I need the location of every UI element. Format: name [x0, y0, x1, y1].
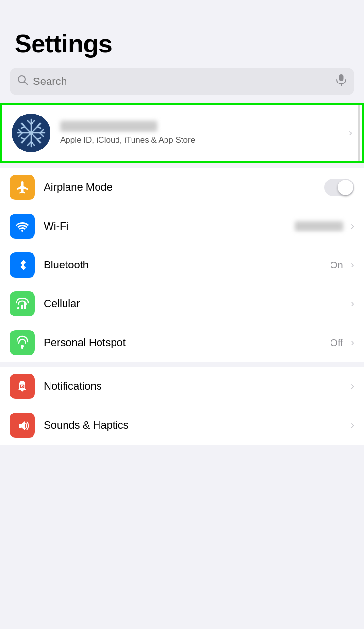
notifications-chevron: › [351, 380, 354, 393]
svg-point-37 [22, 386, 23, 387]
personal-hotspot-value: Off [330, 337, 343, 348]
svg-point-31 [21, 305, 23, 307]
svg-rect-33 [21, 345, 23, 349]
mic-icon[interactable] [336, 74, 347, 89]
wifi-icon-wrap [10, 214, 35, 239]
search-input[interactable] [33, 75, 331, 88]
bluetooth-icon-wrap [10, 252, 35, 278]
cellular-label: Cellular [44, 298, 347, 310]
wifi-row[interactable]: Wi-Fi › [0, 207, 364, 246]
notifications-label: Notifications [44, 380, 347, 393]
sounds-label: Sounds & Haptics [44, 419, 347, 431]
airplane-mode-toggle-track[interactable] [324, 179, 354, 196]
sounds-icon-wrap [10, 413, 35, 438]
wifi-network-blurred [295, 221, 343, 231]
apple-id-row[interactable]: Apple ID, iCloud, iTunes & App Store › [2, 105, 362, 161]
bluetooth-row[interactable]: Bluetooth On › [0, 246, 364, 284]
search-bar-container [0, 64, 364, 103]
notifications-row[interactable]: Notifications › [0, 367, 364, 406]
apple-id-chevron: › [349, 127, 352, 139]
svg-marker-39 [22, 421, 25, 430]
sounds-chevron: › [351, 419, 354, 431]
svg-point-24 [29, 131, 33, 135]
search-bar[interactable] [10, 68, 354, 95]
svg-rect-38 [19, 424, 22, 428]
connectivity-section: Airplane Mode Wi-Fi › [0, 168, 364, 362]
wifi-label: Wi-Fi [44, 220, 295, 232]
apple-id-section[interactable]: Apple ID, iCloud, iTunes & App Store › [0, 103, 364, 163]
page-title: Settings [15, 29, 349, 58]
svg-rect-34 [20, 381, 24, 383]
page-header: Settings [0, 0, 364, 64]
notifications-icon-wrap [10, 374, 35, 399]
apple-id-info: Apple ID, iCloud, iTunes & App Store [60, 121, 345, 145]
personal-hotspot-row[interactable]: Personal Hotspot Off › [0, 323, 364, 362]
wifi-chevron: › [351, 220, 354, 232]
bluetooth-label: Bluetooth [44, 259, 330, 271]
airplane-mode-toggle-knob [338, 180, 353, 195]
apple-id-subtitle: Apple ID, iCloud, iTunes & App Store [60, 135, 345, 145]
airplane-mode-icon-wrap [10, 175, 35, 200]
svg-rect-2 [339, 74, 344, 81]
svg-line-1 [24, 82, 28, 85]
notifications-section: Notifications › Sounds & Haptics › [0, 367, 364, 445]
airplane-mode-toggle[interactable] [324, 179, 354, 196]
airplane-mode-row[interactable]: Airplane Mode [0, 168, 364, 207]
search-icon [17, 75, 28, 88]
personal-hotspot-label: Personal Hotspot [44, 336, 330, 349]
svg-rect-28 [17, 307, 19, 309]
bluetooth-chevron: › [351, 259, 354, 271]
sounds-haptics-row[interactable]: Sounds & Haptics › [0, 406, 364, 445]
hotspot-icon-wrap [10, 330, 35, 355]
avatar [12, 114, 50, 152]
cellular-icon-wrap [10, 291, 35, 316]
bluetooth-value: On [330, 260, 343, 271]
apple-id-name-blurred [60, 121, 157, 132]
personal-hotspot-chevron: › [351, 336, 354, 349]
cellular-row[interactable]: Cellular › [0, 284, 364, 323]
cellular-chevron: › [351, 298, 354, 310]
scrollbar [358, 105, 360, 161]
airplane-mode-label: Airplane Mode [44, 181, 324, 194]
